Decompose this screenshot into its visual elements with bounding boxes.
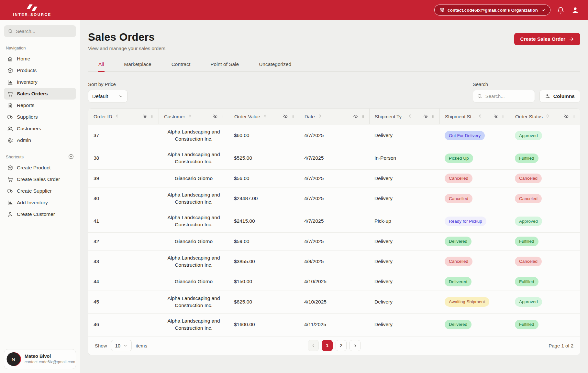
sidebar-item-label: Customers [17, 126, 41, 132]
shipment-type-cell: Delivery [369, 170, 439, 187]
sidebar-item-products[interactable]: Products [4, 65, 76, 76]
shipment-type-cell: Delivery [369, 233, 439, 250]
order-status-badge: Fulfilled [515, 320, 538, 329]
column-header-order-id: Order ID [88, 109, 159, 124]
topbar-right: contact.code6ix@gmail.com's Organization [434, 5, 580, 16]
table-search-input[interactable] [485, 93, 531, 99]
plus-circle-icon [68, 154, 74, 160]
sidebar-search-input[interactable] [16, 28, 72, 34]
order-id-cell: 45 [88, 291, 159, 313]
person-icon [571, 6, 580, 15]
hide-column-button[interactable] [213, 114, 218, 119]
organization-selector[interactable]: contact.code6ix@gmail.com's Organization [434, 5, 550, 16]
shortcuts-section-row: Shortcuts [4, 146, 74, 162]
table-row[interactable]: 42Giancarlo Giorno$59.004/7/2025Delivery… [88, 233, 580, 250]
columns-button[interactable]: Columns [539, 90, 580, 102]
table-row[interactable]: 45Alpha Landscaping and Construction Inc… [88, 291, 580, 314]
shortcut-item-create-sales-order[interactable]: Create Sales Order [4, 174, 76, 185]
tab-uncategorized[interactable]: Uncategorized [258, 59, 292, 72]
order-id-cell: 38 [88, 147, 159, 169]
table-header-row: Order IDCustomerOrder ValueDateShipment … [88, 109, 580, 124]
box-icon [7, 165, 13, 171]
sort-toggle-icon[interactable] [408, 113, 413, 120]
table-row[interactable]: 37Alpha Landscaping and Construction Inc… [88, 124, 580, 147]
sort-toggle-icon[interactable] [545, 113, 550, 120]
drag-column-handle[interactable] [150, 114, 155, 119]
hide-column-button[interactable] [353, 114, 358, 119]
sort-toggle-icon[interactable] [115, 113, 120, 120]
tab-all[interactable]: All [98, 59, 105, 72]
next-page-button[interactable] [349, 340, 361, 351]
previous-page-button[interactable] [308, 340, 319, 351]
tab-marketplace[interactable]: Marketplace [123, 59, 152, 72]
hide-column-button[interactable] [142, 114, 148, 119]
shortcut-item-label: Create Customer [17, 211, 55, 217]
hide-column-button[interactable] [564, 114, 569, 119]
shell: Navigation HomeProductsInventorySales Or… [0, 20, 588, 373]
sort-select[interactable]: Default [88, 90, 128, 102]
drag-column-handle[interactable] [431, 114, 436, 119]
shortcut-item-create-customer[interactable]: Create Customer [4, 208, 76, 220]
drag-column-handle[interactable] [290, 114, 296, 119]
shortcut-item-create-supplier[interactable]: Create Supplier [4, 185, 76, 197]
show-label: Show [95, 343, 107, 348]
page-button-1[interactable]: 1 [322, 340, 333, 351]
sidebar-item-sales-orders[interactable]: Sales Orders [4, 88, 76, 100]
shortcut-item-create-product[interactable]: Create Product [4, 162, 76, 174]
shortcut-item-add-inventory[interactable]: Add Inventory [4, 197, 76, 208]
table-row[interactable]: 38Alpha Landscaping and Construction Inc… [88, 147, 580, 170]
add-shortcut-button[interactable] [68, 154, 74, 160]
drag-column-handle[interactable] [361, 114, 366, 119]
sort-toggle-icon[interactable] [187, 113, 193, 120]
account-button[interactable] [571, 6, 580, 15]
brand[interactable]: INTER-SOURCE [13, 4, 51, 16]
table-row[interactable]: 44Giancarlo Giorno$150.004/10/2025Delive… [88, 273, 580, 291]
shipment-type-cell: Delivery [369, 314, 439, 336]
table-row[interactable]: 40Alpha Landscaping and Construction Inc… [88, 187, 580, 210]
filter-right-group: Search Columns [473, 81, 580, 102]
column-header-customer: Customer [159, 109, 229, 124]
column-label: Order ID [94, 114, 112, 119]
sidebar-item-customers[interactable]: Customers [4, 123, 76, 134]
order-value-cell: $3855.00 [229, 250, 299, 273]
table-row[interactable]: 39Giancarlo Giorno$56.004/7/2025Delivery… [88, 170, 580, 187]
hide-column-button[interactable] [423, 114, 428, 119]
tab-point-of-sale[interactable]: Point of Sale [210, 59, 239, 72]
sidebar-item-reports[interactable]: Reports [4, 100, 76, 111]
search-label: Search [473, 81, 535, 87]
sidebar-item-admin[interactable]: Admin [4, 134, 76, 146]
shortcut-item-label: Add Inventory [17, 200, 48, 206]
sidebar-item-home[interactable]: Home [4, 53, 76, 65]
column-label: Shipment Ty... [375, 114, 405, 119]
drag-column-handle[interactable] [571, 114, 577, 119]
order-status-cell: Canceled [510, 170, 580, 187]
create-sales-order-button[interactable]: Create Sales Order [514, 33, 580, 45]
sidebar-search[interactable] [4, 25, 76, 37]
table-search[interactable] [473, 90, 535, 102]
hide-column-button[interactable] [494, 114, 499, 119]
page-button-2[interactable]: 2 [336, 340, 347, 351]
sort-toggle-icon[interactable] [262, 113, 268, 120]
hide-column-button[interactable] [283, 114, 288, 119]
shipment-status-badge: Delivered [445, 237, 472, 246]
shipment-status-cell: Delivered [439, 233, 510, 250]
sort-toggle-icon[interactable] [317, 113, 322, 120]
sidebar-item-inventory[interactable]: Inventory [4, 76, 76, 88]
page-size-select[interactable]: 10 [111, 340, 132, 351]
table-row[interactable]: 43Alpha Landscaping and Construction Inc… [88, 250, 580, 273]
user-card[interactable]: N Mateo Bivol contact.code6ix@gmail.com [4, 349, 76, 369]
notifications-button[interactable] [557, 6, 564, 14]
shipment-status-badge: Cancelled [445, 257, 472, 266]
customer-cell: Alpha Landscaping and Construction Inc. [159, 187, 229, 210]
tab-bar: AllMarketplaceContractPoint of SaleUncat… [88, 59, 580, 72]
table-row[interactable]: 41Alpha Landscaping and Construction Inc… [88, 210, 580, 233]
drag-column-handle[interactable] [501, 114, 506, 119]
sort-toggle-icon[interactable] [478, 113, 483, 120]
drag-column-handle[interactable] [220, 114, 226, 119]
sidebar-item-suppliers[interactable]: Suppliers [4, 111, 76, 123]
order-status-cell: Fulfilled [510, 233, 580, 250]
order-value-cell: $56.00 [229, 170, 299, 187]
table-row[interactable]: 46Alpha Landscaping and Construction Inc… [88, 314, 580, 336]
shipment-status-cell: Delivered [439, 314, 510, 336]
tab-contract[interactable]: Contract [171, 59, 191, 72]
